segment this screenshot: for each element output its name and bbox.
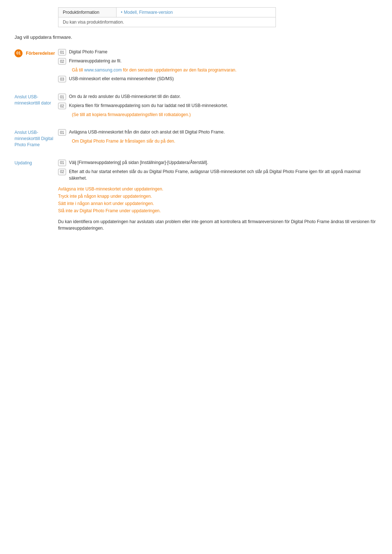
step-row: 02 Firmwareuppdatering av fil. <box>58 58 377 65</box>
step-num-03: 03 <box>58 76 66 82</box>
step-row: 01 Avlägsna USB-minneskortet från din da… <box>58 129 377 136</box>
label-anslut-digital: Anslut USB-minneskorttill Digital Photo … <box>15 130 53 147</box>
step-note-orange: (Se tilll att kopiera firmwareuppdaterin… <box>72 111 191 118</box>
section-anslut-usb-digital: Anslut USB-minneskorttill Digital Photo … <box>15 129 377 148</box>
product-info-table: Produktinformation •Modell, Firmware-ver… <box>58 7 276 27</box>
step-text: USB-minneskort eller externa minnesenhet… <box>69 75 174 82</box>
warning-line: Tryck inte på någon knapp under uppdater… <box>58 193 377 200</box>
main-content: 01 Förberedelser 01 Digital Photo Frame … <box>15 49 377 231</box>
section-updating: Updating 01 Välj [Firmwareuppdatering] p… <box>15 159 377 231</box>
step-row-note: (Se tilll att kopiera firmwareuppdaterin… <box>58 111 377 118</box>
table-col-left: Produktinformation <box>58 8 117 17</box>
info-text: Du kan identifiera om uppdateringen har … <box>58 219 376 231</box>
samsung-link[interactable]: www.samsung.com <box>84 67 122 73</box>
step-row: 01 Välj [Firmwareuppdatering] på sidan [… <box>58 159 377 166</box>
step-row: 03 USB-minneskort eller externa minnesen… <box>58 75 377 82</box>
step-row: 02 Kopiera filen för firmwareuppdatering… <box>58 102 377 109</box>
warning-line: Slå inte av Digital Photo Frame under up… <box>58 208 377 214</box>
step-row-note: Om Digital Photo Frame är frånslagen slå… <box>58 138 377 144</box>
section-label-anslut-digital: Anslut USB-minneskorttill Digital Photo … <box>15 129 58 148</box>
step-text: Firmwareuppdatering av fil. <box>69 58 122 64</box>
step-note-orange: Om Digital Photo Frame är frånslagen slå… <box>72 138 175 144</box>
step-text: Digital Photo Frame <box>69 49 107 55</box>
badge-01: 01 <box>15 49 23 57</box>
step-note-orange: Gå till www.samsung.com för den senaste … <box>72 67 237 73</box>
table-footer: Du kan visa produktinformation. <box>58 17 276 27</box>
step-text: Om du är redo ansluter du USB-minneskort… <box>69 93 181 100</box>
step-num-02: 02 <box>58 58 66 65</box>
steps-anslut-digital: 01 Avlägsna USB-minneskortet från din da… <box>58 129 377 144</box>
step-row: 01 Om du är redo ansluter du USB-minnesk… <box>58 93 377 100</box>
step-row: 01 Digital Photo Frame <box>58 49 377 56</box>
intro-text: Jag vill uppdatera firmware. <box>15 34 377 40</box>
step-num-02: 02 <box>58 169 66 175</box>
steps-updating: 01 Välj [Firmwareuppdatering] på sidan [… <box>58 159 377 231</box>
step-text: Efter att du har startat enheten slår du… <box>69 168 377 181</box>
section-label-updating: Updating <box>15 159 58 166</box>
table-col-right: •Modell, Firmware-version <box>117 8 276 17</box>
step-num-01: 01 <box>58 49 66 56</box>
label-updating: Updating <box>15 160 32 165</box>
step-num-01: 01 <box>58 94 66 100</box>
section-anslut-usb-dator: Anslut USB-minneskorttill dator 01 Om du… <box>15 93 377 118</box>
steps-forberedelser: 01 Digital Photo Frame 02 Firmwareuppdat… <box>58 49 377 82</box>
table-link[interactable]: Modell, Firmware-version <box>124 10 173 15</box>
label-anslut-dator: Anslut USB-minneskorttill dator <box>15 94 51 106</box>
step-text: Kopiera filen för firmwareuppdatering so… <box>69 102 228 109</box>
step-text: Avlägsna USB-minneskortet från din dator… <box>69 129 225 135</box>
warning-lines: Avlägsna inte USB-minneskortet under upp… <box>58 186 377 214</box>
step-text: Välj [Firmwareuppdatering] på sidan [Ins… <box>69 159 208 166</box>
step-row-note: Gå till www.samsung.com för den senaste … <box>58 67 377 73</box>
label-forberedelser: Förberedelser <box>26 51 55 56</box>
warning-line: Sätt inte i någon annan kort under uppda… <box>58 200 377 207</box>
info-block: Du kan identifiera om uppdateringen har … <box>58 218 377 231</box>
section-label-forberedelser: 01 Förberedelser <box>15 49 58 57</box>
bullet-icon: • <box>121 10 122 15</box>
step-num-02: 02 <box>58 103 66 109</box>
section-label-anslut-dator: Anslut USB-minneskorttill dator <box>15 93 58 106</box>
steps-anslut-dator: 01 Om du är redo ansluter du USB-minnesk… <box>58 93 377 118</box>
step-num-01: 01 <box>58 160 66 166</box>
step-row: 02 Efter att du har startat enheten slår… <box>58 168 377 181</box>
step-num-01: 01 <box>58 129 66 136</box>
warning-line: Avlägsna inte USB-minneskortet under upp… <box>58 186 377 192</box>
section-forberedelser: 01 Förberedelser 01 Digital Photo Frame … <box>15 49 377 82</box>
